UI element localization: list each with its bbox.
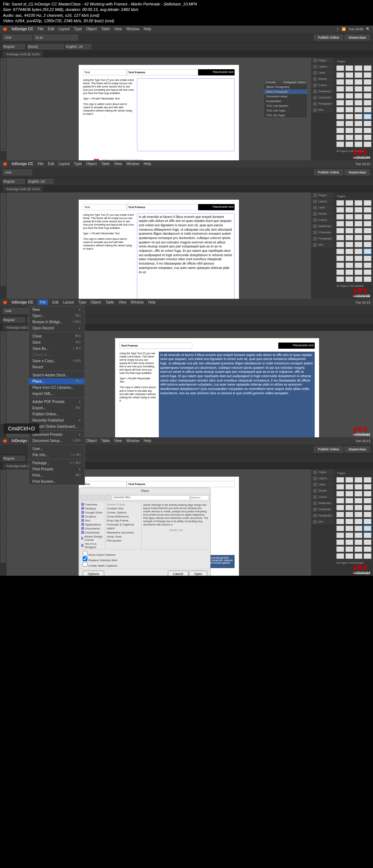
file-menu-item[interactable]: Check In... bbox=[29, 352, 85, 358]
page-thumb[interactable] bbox=[345, 242, 353, 247]
page-tool[interactable] bbox=[1, 204, 6, 209]
page-thumb[interactable] bbox=[336, 134, 344, 140]
file-menu-item[interactable]: New▸ bbox=[29, 306, 85, 313]
page-tool[interactable] bbox=[1, 343, 6, 348]
line-tool[interactable] bbox=[1, 497, 6, 503]
sidebar-location[interactable]: Applications bbox=[81, 523, 104, 527]
line-tool[interactable] bbox=[1, 86, 6, 91]
menu-window[interactable]: Window bbox=[126, 27, 140, 31]
page-thumb[interactable] bbox=[364, 114, 372, 120]
file-menu-item[interactable]: Publish Online... bbox=[29, 411, 85, 417]
file-item[interactable]: Cross-Reference bbox=[106, 515, 141, 519]
menu-help[interactable]: Help bbox=[144, 27, 151, 31]
para-style-item[interactable]: Basic Paragraph bbox=[264, 89, 307, 94]
page-thumb[interactable] bbox=[336, 539, 344, 545]
panel-info[interactable]: Info bbox=[311, 242, 334, 248]
replace-selected[interactable] bbox=[83, 556, 87, 561]
page-thumb[interactable] bbox=[336, 477, 344, 483]
page-thumb[interactable] bbox=[336, 491, 344, 497]
rect-frame-tool[interactable] bbox=[1, 375, 6, 380]
para-style-item[interactable]: TOC List Section bbox=[264, 103, 307, 108]
page-thumb[interactable] bbox=[336, 512, 344, 517]
page-thumb[interactable] bbox=[345, 207, 353, 213]
page-thumb[interactable] bbox=[364, 505, 372, 511]
page-thumb[interactable] bbox=[354, 525, 362, 531]
panel-links[interactable]: Links bbox=[311, 70, 334, 76]
page-thumb[interactable] bbox=[364, 491, 372, 497]
menu-table[interactable]: Table bbox=[101, 27, 110, 31]
panel-links[interactable]: Links bbox=[311, 482, 334, 488]
page-thumb[interactable] bbox=[336, 505, 344, 511]
page-thumb[interactable] bbox=[336, 498, 344, 504]
page-thumb[interactable] bbox=[354, 72, 362, 78]
page-thumb[interactable] bbox=[345, 72, 353, 78]
page-thumb[interactable] bbox=[345, 276, 353, 282]
bluetooth-icon[interactable]: ᛒ bbox=[337, 27, 339, 31]
page-thumb[interactable] bbox=[345, 114, 353, 120]
page-thumb[interactable] bbox=[364, 107, 372, 113]
gradient-tool[interactable] bbox=[1, 124, 6, 129]
page-thumb[interactable] bbox=[336, 546, 344, 552]
page-thumb[interactable] bbox=[345, 86, 353, 92]
file-menu-item[interactable]: Search Adobe Stock... bbox=[29, 372, 85, 378]
page-thumb[interactable] bbox=[354, 532, 362, 538]
file-menu-item[interactable]: Package...⌥⇧⌘P bbox=[29, 460, 85, 466]
file-menu-item[interactable]: Document Setup...⌥⌘P bbox=[29, 438, 85, 444]
para-style-item[interactable]: TOC 2nd Topic bbox=[264, 108, 307, 113]
sidebar-location[interactable]: Downloads bbox=[81, 531, 104, 535]
page-thumb[interactable] bbox=[354, 228, 362, 234]
panel-stroke[interactable]: Stroke bbox=[311, 76, 334, 82]
view-columns[interactable] bbox=[106, 495, 111, 500]
page-thumb[interactable] bbox=[336, 207, 344, 213]
canvas[interactable]: Text Text Frames Placeholder text Using … bbox=[7, 58, 311, 176]
page-thumb[interactable] bbox=[354, 498, 362, 504]
panel-paragraph[interactable]: Paragraph bbox=[311, 236, 334, 242]
type-tool[interactable] bbox=[1, 353, 6, 359]
file-item[interactable]: Jump Lines bbox=[106, 535, 141, 539]
page-thumb[interactable] bbox=[364, 207, 372, 213]
finder-sidebar[interactable]: FavoritesDesktopGoogle DriveDropboxBoxAp… bbox=[80, 502, 105, 549]
rect-tool[interactable] bbox=[1, 107, 6, 113]
page-thumb[interactable] bbox=[354, 114, 362, 120]
page-tool[interactable] bbox=[1, 481, 6, 486]
page-thumb[interactable] bbox=[364, 72, 372, 78]
file-menu-item[interactable]: Print...⌘P bbox=[29, 472, 85, 478]
page-thumb[interactable] bbox=[345, 228, 353, 234]
hand-tool[interactable] bbox=[1, 414, 6, 419]
page-thumb[interactable] bbox=[354, 519, 362, 524]
panel-paragraph[interactable]: Paragraph bbox=[311, 101, 334, 107]
note-tool[interactable] bbox=[1, 403, 6, 408]
pen-tool[interactable] bbox=[1, 226, 6, 231]
page-thumb[interactable] bbox=[345, 525, 353, 531]
page-thumb[interactable] bbox=[345, 235, 353, 241]
para-style-item[interactable]: Document setup bbox=[264, 94, 307, 99]
page-thumb[interactable] bbox=[336, 221, 344, 227]
page-thumb[interactable] bbox=[364, 255, 372, 261]
file-menu-dropdown[interactable]: New▸Open...⌘OBrowse in Bridge...⌥⌘OOpen … bbox=[28, 306, 85, 485]
file-menu-item[interactable]: Browse in Bridge...⌥⌘O bbox=[29, 319, 85, 325]
file-menu-item[interactable]: Save⌘S bbox=[29, 339, 85, 345]
panel-stroke[interactable]: Stroke bbox=[311, 488, 334, 494]
page-thumb[interactable] bbox=[354, 539, 362, 545]
panel-pages[interactable]: Pages bbox=[311, 192, 334, 199]
page-thumb[interactable] bbox=[345, 532, 353, 538]
file-item[interactable]: Drop Cap Frame bbox=[106, 519, 141, 523]
page-thumb[interactable] bbox=[345, 200, 353, 206]
note-tool[interactable] bbox=[1, 129, 6, 134]
page-tool[interactable] bbox=[1, 69, 6, 74]
eyedropper-tool[interactable] bbox=[1, 547, 6, 552]
pen-tool[interactable] bbox=[1, 503, 6, 508]
search-field[interactable] bbox=[191, 495, 209, 500]
eyedropper-tool[interactable] bbox=[1, 135, 6, 140]
page-thumb[interactable] bbox=[336, 121, 344, 126]
type-tool[interactable] bbox=[1, 215, 6, 220]
page-thumb[interactable] bbox=[336, 519, 344, 524]
page-thumb[interactable] bbox=[364, 269, 372, 275]
scissors-tool[interactable] bbox=[1, 248, 6, 253]
menu-type[interactable]: Type bbox=[74, 27, 82, 31]
transform-tool[interactable] bbox=[1, 530, 6, 535]
page-thumb[interactable] bbox=[364, 200, 372, 206]
transform-tool[interactable] bbox=[1, 253, 6, 258]
panel-links[interactable]: Links bbox=[311, 205, 334, 211]
menu-edit[interactable]: Edit bbox=[48, 27, 54, 31]
